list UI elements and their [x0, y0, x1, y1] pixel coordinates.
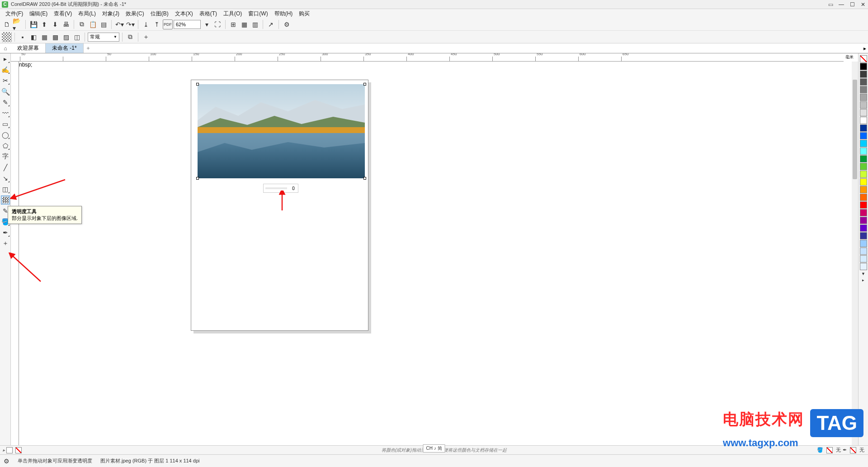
redo-button[interactable]: ↷▾ [125, 19, 135, 29]
crop-tool-icon[interactable]: ✂ [1, 76, 10, 85]
maximize-button[interactable]: ☐ [849, 1, 855, 8]
doc-palette-eyedrop-icon[interactable] [6, 447, 13, 453]
swatch[interactable] [860, 124, 867, 132]
merge-mode-combo[interactable]: 常规▼ [88, 33, 119, 42]
rectangle-tool-icon[interactable]: ▭ [1, 119, 10, 129]
swatch[interactable] [860, 109, 867, 116]
swatch[interactable] [860, 178, 867, 186]
pattern-trans-icon[interactable]: ▦ [39, 32, 49, 42]
home-icon[interactable]: ⌂ [0, 43, 11, 53]
swatch[interactable] [860, 63, 867, 70]
menu-bitmap[interactable]: 位图(B) [148, 9, 171, 19]
menu-help[interactable]: 帮助(H) [272, 9, 296, 19]
swatch[interactable] [860, 94, 867, 101]
zoom-level[interactable] [174, 20, 201, 29]
copy-button[interactable]: ⧉ [77, 19, 87, 29]
fullscreen-button[interactable]: ⛶ [212, 19, 222, 29]
snap-button[interactable]: ⊞ [228, 19, 238, 29]
outline-tool-icon[interactable]: ✒ [1, 228, 10, 237]
swatch[interactable] [860, 201, 867, 209]
menu-effect[interactable]: 效果(C) [123, 9, 147, 19]
cloud-down-button[interactable]: ⬇ [50, 19, 60, 29]
no-transparency-icon[interactable] [2, 32, 12, 42]
paste-button[interactable]: 📋 [88, 19, 98, 29]
uniform-trans-icon[interactable]: ▪ [18, 32, 28, 42]
outline-icon[interactable]: ✒ [843, 447, 847, 453]
status-gear-icon[interactable]: ⚙ [4, 457, 9, 465]
menu-table[interactable]: 表格(T) [197, 9, 220, 19]
transparency-slider[interactable]: 0 [263, 184, 298, 193]
swatch[interactable] [860, 263, 867, 270]
effects-tool-icon[interactable]: ◫ [1, 185, 10, 194]
cloud-up-button[interactable]: ⬆ [39, 19, 49, 29]
ime-indicator[interactable]: CH ♪ 简 [423, 444, 445, 453]
swatch[interactable] [860, 163, 867, 170]
menu-view[interactable]: 查看(V) [51, 9, 75, 19]
text-tool-icon[interactable]: 字 [1, 152, 10, 161]
bitmap-trans-icon[interactable]: ▩ [50, 32, 60, 42]
swatch[interactable] [860, 240, 867, 247]
fill-icon[interactable]: 🪣 [817, 447, 823, 453]
print-button[interactable]: 🖶 [61, 19, 71, 29]
artistic-tool-icon[interactable]: 〰 [1, 109, 10, 118]
tab-welcome[interactable]: 欢迎屏幕 [11, 43, 46, 53]
menu-text[interactable]: 文本(X) [172, 9, 196, 19]
swatch[interactable] [860, 171, 867, 178]
doc-palette-arrow-icon[interactable]: ▸ [3, 448, 5, 453]
sel-handle-br[interactable] [363, 177, 366, 180]
swatch[interactable] [860, 255, 867, 262]
sel-handle-tr[interactable] [363, 83, 366, 86]
menu-object[interactable]: 对象(J) [99, 9, 122, 19]
add-preset-icon[interactable]: ＋ [141, 32, 151, 42]
twocolor-trans-icon[interactable]: ◫ [72, 32, 82, 42]
swatch[interactable] [860, 117, 867, 124]
swatch[interactable] [860, 194, 867, 201]
doc-palette-none-swatch[interactable] [15, 447, 22, 453]
swatch[interactable] [860, 155, 867, 162]
swatch[interactable] [860, 86, 867, 93]
parallel-tool-icon[interactable]: ╱ [1, 163, 10, 172]
open-button[interactable]: 📂▾ [13, 19, 23, 29]
canvas[interactable]: 0 nbsp; [19, 62, 855, 445]
pick-tool-icon[interactable]: ▸ [1, 54, 10, 63]
swatch[interactable] [860, 132, 867, 139]
swatch[interactable] [860, 232, 867, 239]
copy-props-icon[interactable]: ⧉ [125, 32, 135, 42]
import-button[interactable]: ⤓ [141, 19, 151, 29]
fountain-trans-icon[interactable]: ◧ [28, 32, 38, 42]
menu-buy[interactable]: 购买 [296, 9, 312, 19]
ellipse-tool-icon[interactable]: ◯ [1, 130, 10, 139]
palette-scroll-down-icon[interactable]: ▼ [861, 272, 865, 276]
sel-handle-bl[interactable] [196, 177, 199, 180]
palette-expand-icon[interactable]: ▸ [862, 278, 864, 282]
swatch-none[interactable] [860, 55, 867, 62]
menu-edit[interactable]: 编辑(E) [27, 9, 50, 19]
shape-tool-icon[interactable]: ✍ [1, 65, 10, 74]
placed-image[interactable] [198, 84, 365, 178]
pdf-button[interactable]: PDF [163, 19, 173, 29]
new-button[interactable]: 🗋 [2, 19, 12, 29]
freehand-tool-icon[interactable]: ✎ [1, 98, 10, 107]
help-small-icon[interactable]: ▭ [827, 1, 834, 8]
swatch[interactable] [860, 248, 867, 255]
polygon-tool-icon[interactable]: ⬠ [1, 141, 10, 150]
close-button[interactable]: ✕ [860, 1, 866, 8]
swatch[interactable] [860, 209, 867, 216]
transparency-tool-icon[interactable] [1, 195, 10, 205]
connector-tool-icon[interactable]: ↘ [1, 174, 10, 183]
swatch[interactable] [860, 148, 867, 155]
grid-button[interactable]: ▦ [239, 19, 249, 29]
swatch[interactable] [860, 140, 867, 147]
clipboard-button[interactable]: ▤ [99, 19, 108, 29]
tabs-more-icon[interactable]: ▸ [862, 43, 868, 53]
swatch[interactable] [860, 224, 867, 232]
save-button[interactable]: 💾 [28, 19, 38, 29]
swatch[interactable] [860, 186, 867, 193]
undo-button[interactable]: ↶▾ [114, 19, 124, 29]
options-button[interactable]: ⚙ [282, 19, 292, 29]
launch-button[interactable]: ↗ [266, 19, 276, 29]
menu-tools[interactable]: 工具(O) [221, 9, 245, 19]
minimize-button[interactable]: — [838, 1, 844, 8]
menu-layout[interactable]: 布局(L) [75, 9, 99, 19]
export-button[interactable]: ⤒ [152, 19, 162, 29]
